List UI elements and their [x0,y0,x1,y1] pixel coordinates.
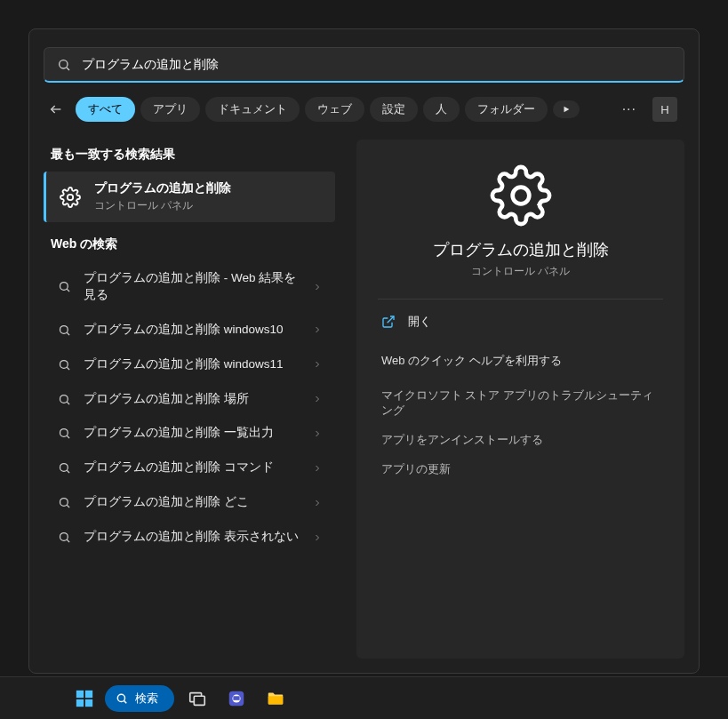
filter-more[interactable] [553,100,580,118]
search-icon [58,280,71,293]
web-results-list: プログラムの追加と削除 - Web 結果を見るプログラムの追加と削除 windo… [36,261,342,555]
svg-point-19 [60,533,68,541]
svg-line-8 [67,332,69,335]
web-result-item[interactable]: プログラムの追加と削除 一覧出力 [44,416,335,451]
svg-line-6 [67,290,69,292]
open-label: 開く [408,314,431,330]
web-result-item[interactable]: プログラムの追加と削除 - Web 結果を見る [44,261,335,313]
search-icon [58,393,71,406]
chevron-right-icon [312,498,323,508]
web-result-label: プログラムの追加と削除 場所 [84,391,300,408]
web-result-item[interactable]: プログラムの追加と削除 表示されない [44,520,335,555]
web-result-label: プログラムの追加と削除 windows11 [84,356,300,373]
svg-point-13 [60,429,68,437]
chevron-right-icon [312,532,323,543]
filter-documents[interactable]: ドキュメント [205,97,300,122]
web-result-label: プログラムの追加と削除 - Web 結果を見る [84,270,300,304]
search-icon [58,531,71,544]
chevron-right-icon [312,394,323,404]
svg-point-9 [60,360,68,368]
search-icon [58,461,71,475]
help-link[interactable]: アプリをアンインストールする [378,426,663,455]
svg-line-20 [67,539,69,542]
chevron-right-icon [312,463,323,474]
filter-web[interactable]: ウェブ [305,97,364,122]
web-result-label: プログラムの追加と削除 windows10 [84,322,300,339]
search-icon [58,427,71,440]
user-avatar[interactable]: H [652,97,677,122]
svg-rect-34 [268,696,284,704]
filter-pills: すべて アプリ ドキュメント ウェブ 設定 人 フォルダー [76,97,608,122]
svg-point-27 [117,694,124,701]
svg-line-28 [124,700,127,703]
web-result-item[interactable]: プログラムの追加と削除 windows10 [44,313,335,348]
best-match-title: プログラムの追加と削除 [94,180,231,196]
overflow-menu[interactable]: ··· [615,98,644,121]
svg-point-21 [512,188,529,204]
filter-row: すべて アプリ ドキュメント ウェブ 設定 人 フォルダー ··· H [29,93,699,132]
section-best-match: 最も一致する検索結果 [36,140,342,172]
search-icon [57,58,71,72]
svg-marker-3 [564,107,570,113]
web-result-label: プログラムの追加と削除 一覧出力 [84,425,300,442]
svg-point-4 [68,194,73,199]
task-view-icon[interactable] [181,683,213,715]
web-result-item[interactable]: プログラムの追加と削除 コマンド [44,451,335,485]
svg-line-18 [67,505,69,507]
back-button[interactable] [44,97,68,122]
svg-rect-23 [76,690,84,697]
open-icon [381,315,396,329]
svg-rect-25 [76,699,84,706]
file-explorer-icon[interactable] [260,683,292,715]
svg-point-5 [60,283,68,291]
svg-line-16 [67,471,69,474]
web-result-item[interactable]: プログラムの追加と削除 場所 [44,382,335,417]
preview-pane: プログラムの追加と削除 コントロール パネル 開く Web のクイック ヘルプを… [356,140,684,659]
search-bar[interactable] [44,47,684,83]
chevron-right-icon [312,282,323,292]
preview-subtitle: コントロール パネル [471,264,570,279]
open-action[interactable]: 開く [378,300,663,344]
taskbar-search[interactable]: 検索 [105,685,174,712]
filter-all[interactable]: すべて [76,97,135,122]
svg-line-14 [67,436,69,439]
svg-rect-24 [85,690,92,697]
svg-rect-33 [233,696,239,700]
preview-title: プログラムの追加と削除 [433,239,609,260]
svg-point-7 [60,325,68,333]
filter-folders[interactable]: フォルダー [465,97,548,122]
header-right: ··· H [615,97,677,122]
start-button[interactable] [71,685,98,712]
web-result-item[interactable]: プログラムの追加と削除 どこ [44,485,335,520]
svg-point-0 [60,60,68,68]
search-input[interactable] [82,58,671,72]
svg-rect-30 [194,696,204,705]
svg-rect-26 [85,699,92,706]
gear-icon [59,186,82,209]
search-icon [58,358,71,371]
search-window: すべて アプリ ドキュメント ウェブ 設定 人 フォルダー ··· H 最も一致… [28,28,700,674]
best-match-subtitle: コントロール パネル [94,198,231,213]
results-body: 最も一致する検索結果 プログラムの追加と削除 コントロール パネル Web の検… [29,132,699,673]
taskbar: 検索 [0,676,728,719]
gear-icon [490,164,552,227]
filter-settings[interactable]: 設定 [370,97,418,122]
filter-people[interactable]: 人 [423,97,460,122]
best-match-item[interactable]: プログラムの追加と削除 コントロール パネル [44,172,335,222]
section-web-search: Web の検索 [36,229,342,261]
web-result-label: プログラムの追加と削除 コマンド [84,459,300,476]
chevron-right-icon [312,324,323,335]
help-link[interactable]: アプリの更新 [378,455,663,484]
web-result-label: プログラムの追加と削除 表示されない [84,529,300,546]
search-icon [58,496,71,509]
chat-icon[interactable] [220,683,252,715]
chevron-right-icon [312,428,323,439]
svg-point-11 [60,395,68,403]
svg-line-22 [388,316,394,323]
preview-header: プログラムの追加と削除 コントロール パネル [378,164,663,300]
results-left-column: 最も一致する検索結果 プログラムの追加と削除 コントロール パネル Web の検… [29,132,349,673]
filter-apps[interactable]: アプリ [140,97,200,122]
search-icon [58,324,71,337]
help-link[interactable]: マイクロソフト ストア アプリのトラブルシューティング [378,381,663,426]
web-result-item[interactable]: プログラムの追加と削除 windows11 [44,348,335,382]
